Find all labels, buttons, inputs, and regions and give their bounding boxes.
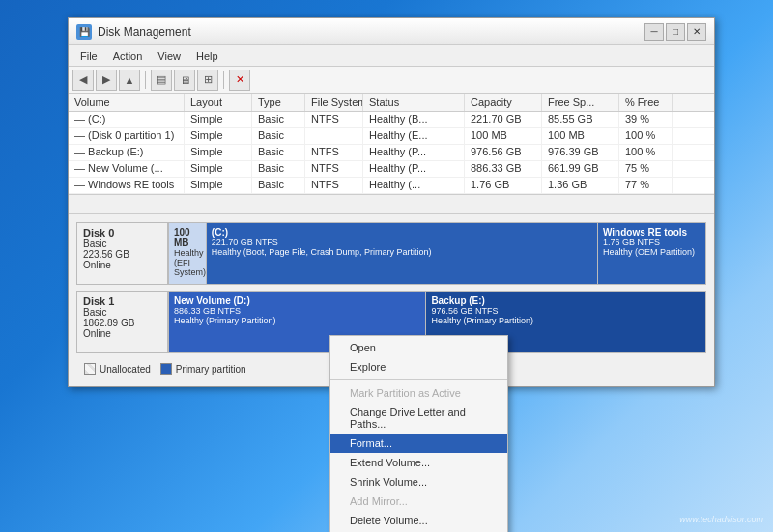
disk0-part2[interactable]: (C:) 221.70 GB NTFS Healthy (Boot, Page … (207, 223, 598, 284)
toolbar-back[interactable]: ◀ (72, 70, 94, 91)
maximize-button[interactable]: □ (666, 23, 685, 41)
toolbar-forward[interactable]: ▶ (96, 70, 117, 91)
menu-view[interactable]: View (150, 48, 188, 64)
cell-capacity: 221.70 GB (465, 112, 542, 127)
toolbar-delete[interactable]: ✕ (229, 70, 250, 91)
cell-capacity: 1.76 GB (465, 178, 542, 193)
table-row[interactable]: — New Volume (... Simple Basic NTFS Heal… (69, 161, 714, 178)
cell-layout: Simple (185, 178, 252, 193)
toolbar-sep2 (223, 71, 224, 89)
toolbar-btn1[interactable]: ▤ (151, 70, 172, 91)
col-header-fs[interactable]: File System (305, 94, 363, 111)
cell-status: Healthy (P... (363, 161, 465, 177)
disk-management-window: 💾 Disk Management ─ □ ✕ File Action View… (68, 17, 715, 387)
spacer (69, 195, 714, 214)
disk-table: — (C:) Simple Basic NTFS Healthy (B... 2… (69, 112, 714, 195)
cell-status: Healthy (E... (363, 128, 465, 144)
context-menu: Open Explore Mark Partition as Active Ch… (329, 335, 508, 532)
cell-volume: — (C:) (69, 112, 185, 127)
ctx-extend[interactable]: Extend Volume... (330, 453, 507, 472)
cell-status: Healthy (P... (363, 145, 465, 160)
toolbar: ◀ ▶ ▲ ▤ 🖥 ⊞ ✕ (69, 67, 714, 94)
close-button[interactable]: ✕ (687, 23, 706, 41)
cell-pctfree: 39 % (619, 112, 673, 127)
part-detail2: Healthy (OEM Partition) (603, 247, 701, 257)
legend-primary-swatch (160, 363, 172, 375)
toolbar-btn3[interactable]: ⊞ (197, 70, 218, 91)
table-row[interactable]: — (C:) Simple Basic NTFS Healthy (B... 2… (69, 112, 714, 128)
disk1-name: Disk 1 (83, 295, 161, 307)
cell-type: Basic (252, 145, 305, 160)
disk1-size: 1862.89 GB (83, 318, 161, 328)
cell-type: Basic (252, 128, 305, 144)
menu-help[interactable]: Help (188, 48, 226, 64)
cell-layout: Simple (185, 161, 252, 177)
menu-file[interactable]: File (72, 48, 105, 64)
watermark: www.techadvisor.com (679, 515, 763, 524)
cell-fs: NTFS (305, 145, 363, 160)
disk0-part3[interactable]: Windows RE tools 1.76 GB NTFS Healthy (O… (598, 223, 705, 284)
cell-type: Basic (252, 178, 305, 193)
ctx-add-mirror: Add Mirror... (330, 491, 507, 511)
cell-fs: NTFS (305, 161, 363, 177)
col-header-capacity[interactable]: Capacity (465, 94, 542, 111)
cell-pctfree: 100 % (619, 128, 673, 144)
table-row[interactable]: — Windows RE tools Simple Basic NTFS Hea… (69, 178, 714, 194)
desktop: 💾 Disk Management ─ □ ✕ File Action View… (0, 0, 773, 532)
cell-volume: — Backup (E:) (69, 145, 185, 160)
cell-type: Basic (252, 161, 305, 177)
ctx-sep1 (330, 379, 507, 380)
toolbar-up[interactable]: ▲ (119, 70, 140, 91)
cell-freesp: 1.36 GB (542, 178, 619, 193)
ctx-open[interactable]: Open (330, 338, 507, 357)
ctx-shrink[interactable]: Shrink Volume... (330, 472, 507, 491)
part-detail: Healthy (EFI System) (174, 248, 201, 277)
disk0-name: Disk 0 (83, 227, 161, 238)
cell-volume: — New Volume (... (69, 161, 185, 177)
col-header-layout[interactable]: Layout (185, 94, 252, 111)
col-header-type[interactable]: Type (252, 94, 305, 111)
cell-capacity: 100 MB (465, 128, 542, 144)
disk0-part1[interactable]: 100 MB Healthy (EFI System) (169, 223, 207, 284)
cell-pctfree: 100 % (619, 145, 673, 160)
ctx-delete[interactable]: Delete Volume... (330, 511, 507, 530)
part-detail2: Healthy (Primary Partition) (431, 316, 701, 325)
col-header-volume[interactable]: Volume (69, 94, 185, 111)
legend-unallocated-swatch (84, 363, 96, 375)
cell-pctfree: 77 % (619, 178, 673, 193)
window-controls: ─ □ ✕ (644, 23, 706, 41)
col-header-pctfree[interactable]: % Free (619, 94, 673, 111)
minimize-button[interactable]: ─ (644, 23, 664, 41)
cell-type: Basic (252, 112, 305, 127)
part-detail: 976.56 GB NTFS (431, 306, 701, 316)
part-name: New Volume (D:) (174, 295, 420, 306)
disk1-type: Basic (83, 307, 161, 318)
table-row[interactable]: — (Disk 0 partition 1) Simple Basic Heal… (69, 128, 714, 145)
ctx-change-drive[interactable]: Change Drive Letter and Paths... (330, 403, 507, 434)
menu-action[interactable]: Action (105, 48, 151, 64)
ctx-format[interactable]: Format... (330, 434, 507, 453)
disk0-row: Disk 0 Basic 223.56 GB Online 100 MB Hea… (76, 222, 706, 285)
part-detail: 221.70 GB NTFS (212, 238, 592, 247)
disk1-label: Disk 1 Basic 1862.89 GB Online (76, 291, 168, 353)
disk0-label: Disk 0 Basic 223.56 GB Online (76, 222, 168, 285)
cell-fs: NTFS (305, 112, 363, 127)
col-header-freesp[interactable]: Free Sp... (542, 94, 619, 111)
part-name: 100 MB (174, 227, 201, 248)
toolbar-btn2[interactable]: 🖥 (174, 70, 195, 91)
cell-freesp: 85.55 GB (542, 112, 619, 127)
window-icon: 💾 (76, 24, 92, 40)
disk0-size: 223.56 GB (83, 249, 161, 260)
part-name: Windows RE tools (603, 227, 701, 238)
cell-freesp: 100 MB (542, 128, 619, 144)
cell-layout: Simple (185, 145, 252, 160)
part-detail2: Healthy (Primary Partition) (174, 316, 420, 325)
cell-status: Healthy (B... (363, 112, 465, 127)
window-title: Disk Management (98, 25, 644, 39)
cell-status: Healthy (... (363, 178, 465, 193)
col-header-status[interactable]: Status (363, 94, 465, 111)
ctx-mark-active: Mark Partition as Active (330, 383, 507, 403)
table-row[interactable]: — Backup (E:) Simple Basic NTFS Healthy … (69, 145, 714, 161)
ctx-explore[interactable]: Explore (330, 357, 507, 377)
disk0-type: Basic (83, 238, 161, 249)
